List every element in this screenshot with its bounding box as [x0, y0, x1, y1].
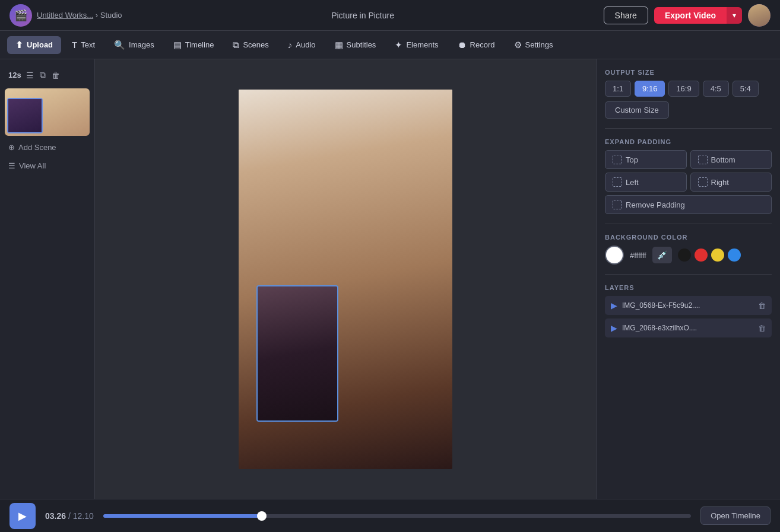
size-btn-9-16[interactable]: 9:16 — [635, 81, 665, 97]
scenes-button[interactable]: ⧉ Scenes — [224, 36, 277, 54]
logo-area: 🎬 Untitled Works... › Studio — [9, 4, 122, 27]
add-scene-icon: ⊕ — [8, 143, 15, 152]
scene-thumb-pip — [7, 98, 43, 133]
bottom-bar: ▶ 03.26 / 12.10 Open Timeline — [0, 499, 780, 532]
timeline-track[interactable] — [103, 514, 691, 518]
upload-label: Upload — [27, 40, 53, 49]
open-timeline-button[interactable]: Open Timeline — [700, 506, 771, 525]
elements-icon: ✦ — [395, 40, 402, 50]
timeline-fill — [103, 514, 262, 518]
scenes-icon: ⧉ — [233, 40, 239, 50]
view-all-icon: ☰ — [8, 161, 15, 170]
time-separator: / — [68, 511, 73, 521]
add-scene-button[interactable]: ⊕ Add Scene — [5, 141, 90, 154]
layers-section: LAYERS ▶ IMG_0568-Ex-F5c9u2.... 🗑 ▶ IMG_… — [605, 284, 772, 341]
images-button[interactable]: 🔍 Images — [106, 36, 163, 54]
pad-left-button[interactable]: Left — [605, 173, 687, 192]
subtitles-icon: ▦ — [335, 40, 343, 50]
pad-top-button[interactable]: Top — [605, 150, 687, 169]
time-badge: 12s — [8, 71, 21, 79]
export-video-button[interactable]: Export Video — [654, 7, 727, 24]
pad-bottom-label: Bottom — [711, 155, 735, 164]
copy-icon[interactable]: ⧉ — [39, 69, 47, 81]
eyedropper-button[interactable]: 💉 — [652, 247, 672, 263]
audio-button[interactable]: ♪ Audio — [280, 36, 324, 53]
size-btn-4-5[interactable]: 4:5 — [703, 81, 729, 97]
pad-left-icon — [613, 177, 622, 187]
timeline-label: Timeline — [185, 40, 214, 49]
remove-padding-button[interactable]: Remove Padding — [605, 195, 772, 214]
list-icon[interactable]: ☰ — [25, 69, 35, 81]
settings-label: Settings — [525, 40, 553, 49]
share-button[interactable]: Share — [604, 7, 648, 24]
play-button[interactable]: ▶ — [9, 503, 36, 529]
bg-color-title: BACKGROUND COLOR — [605, 234, 772, 241]
pad-right-label: Right — [711, 178, 729, 187]
bg-color-section: BACKGROUND COLOR #ffffff 💉 — [605, 234, 772, 265]
pad-top-icon — [613, 155, 622, 164]
timeline-icon: ▤ — [173, 40, 182, 50]
settings-button[interactable]: ⚙ Settings — [506, 36, 562, 54]
custom-size-button[interactable]: Custom Size — [605, 101, 669, 119]
upload-icon: ⬆ — [15, 40, 23, 50]
size-btn-16-9[interactable]: 16:9 — [668, 81, 699, 97]
time-current: 03.26 — [45, 511, 66, 521]
subtitles-button[interactable]: ▦ Subtitles — [326, 36, 385, 54]
timeline-thumb[interactable] — [257, 511, 267, 521]
text-label: Text — [81, 40, 95, 49]
main-content: 12s ☰ ⧉ 🗑 ⊕ Add Scene ☰ View All — [0, 59, 780, 499]
upload-button[interactable]: ⬆ Upload — [7, 36, 61, 54]
layer-delete-icon-1[interactable]: 🗑 — [758, 301, 766, 310]
output-size-section: OUTPUT SIZE 1:1 9:16 16:9 4:5 5:4 Custom… — [605, 69, 772, 119]
breadcrumb-link[interactable]: Untitled Works... — [37, 11, 93, 20]
padding-row-2: Left Right — [605, 173, 772, 192]
export-btn-wrap: Export Video ▾ — [654, 7, 742, 24]
swatch-black[interactable] — [678, 249, 691, 262]
settings-icon: ⚙ — [514, 40, 522, 50]
pad-bottom-button[interactable]: Bottom — [690, 150, 772, 169]
view-all-button[interactable]: ☰ View All — [5, 159, 90, 173]
swatch-yellow[interactable] — [711, 249, 724, 262]
expand-padding-section: EXPAND PADDING Top Bottom Left — [605, 138, 772, 214]
scene-thumb-pip-bg — [8, 99, 42, 132]
left-sidebar: 12s ☰ ⧉ 🗑 ⊕ Add Scene ☰ View All — [0, 59, 95, 499]
layer-delete-icon-2[interactable]: 🗑 — [758, 324, 766, 333]
pad-top-label: Top — [626, 155, 638, 164]
logo-icon: 🎬 — [9, 4, 32, 27]
color-swatches — [678, 249, 741, 262]
swatch-blue[interactable] — [728, 249, 741, 262]
size-btn-5-4[interactable]: 5:4 — [733, 81, 759, 97]
divider-3 — [605, 274, 772, 275]
timeline-button[interactable]: ▤ Timeline — [165, 36, 223, 54]
record-button[interactable]: ⏺ Record — [449, 36, 503, 53]
pad-left-label: Left — [626, 178, 639, 187]
color-preview[interactable] — [605, 246, 624, 265]
layer-item-1[interactable]: ▶ IMG_0568-Ex-F5c9u2.... 🗑 — [605, 296, 772, 315]
text-icon: T — [72, 40, 77, 50]
delete-icon[interactable]: 🗑 — [50, 69, 61, 81]
time-total: 12.10 — [73, 511, 94, 521]
padding-buttons: Top Bottom Left Right — [605, 150, 772, 214]
divider-2 — [605, 224, 772, 224]
output-size-title: OUTPUT SIZE — [605, 69, 772, 76]
avatar[interactable] — [748, 4, 771, 27]
scene-thumbnail-1[interactable] — [5, 88, 90, 136]
layer-item-2[interactable]: ▶ IMG_2068-e3xzilhxO.... 🗑 — [605, 318, 772, 337]
size-btn-1-1[interactable]: 1:1 — [605, 81, 631, 97]
swatch-red[interactable] — [695, 249, 708, 262]
text-button[interactable]: T Text — [64, 36, 103, 53]
breadcrumb-sep: › — [96, 11, 98, 20]
pip-overlay[interactable] — [256, 285, 338, 422]
expand-padding-title: EXPAND PADDING — [605, 138, 772, 145]
subtitles-label: Subtitles — [347, 40, 376, 49]
images-label: Images — [129, 40, 154, 49]
elements-button[interactable]: ✦ Elements — [386, 36, 446, 54]
remove-pad-icon — [613, 200, 622, 209]
remove-padding-label: Remove Padding — [626, 200, 685, 209]
layers-title: LAYERS — [605, 284, 772, 291]
main-canvas[interactable] — [239, 90, 452, 469]
export-chevron-button[interactable]: ▾ — [727, 7, 742, 24]
pad-right-button[interactable]: Right — [690, 173, 772, 192]
breadcrumb-studio: Studio — [100, 11, 122, 20]
layer-play-icon-1: ▶ — [611, 301, 617, 310]
